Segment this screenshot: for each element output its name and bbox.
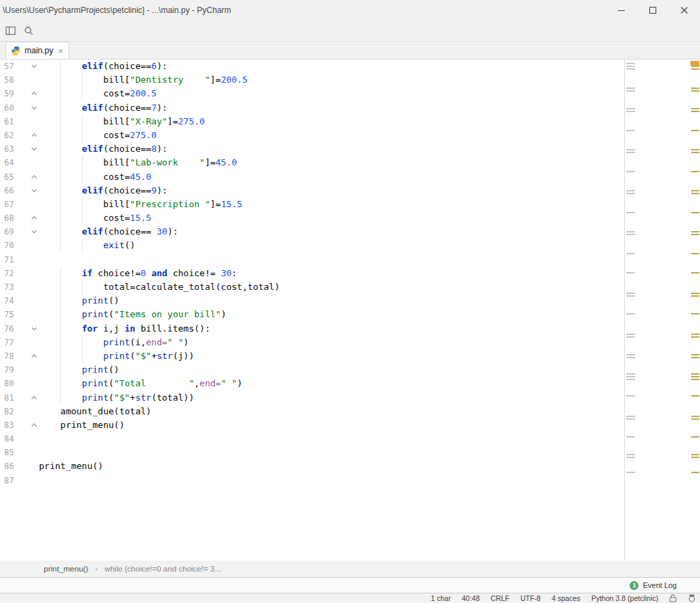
line-number[interactable]: 74: [0, 294, 29, 308]
code-line[interactable]: 58 bill["Dentistry "]=200.5: [0, 73, 700, 87]
warning-stripe-mark[interactable]: [691, 373, 699, 375]
status-line-ending[interactable]: CRLF: [491, 594, 509, 602]
highlighting-level-button[interactable]: [688, 594, 696, 602]
fold-end-icon[interactable]: [29, 170, 39, 184]
code-line[interactable]: 85: [0, 446, 700, 459]
code-line[interactable]: 63 elif(choice==8):: [0, 142, 700, 156]
warning-stripe-mark[interactable]: [691, 111, 699, 112]
line-number[interactable]: 65: [0, 170, 29, 184]
warning-stripe-mark[interactable]: [691, 457, 699, 458]
line-number[interactable]: 77: [0, 336, 29, 349]
code-line[interactable]: 61 bill["X-Ray"]=275.0: [0, 115, 700, 129]
line-number[interactable]: 75: [0, 308, 29, 321]
status-selection[interactable]: 1 char: [431, 594, 450, 602]
code-line[interactable]: 59 cost=200.5: [0, 87, 700, 100]
line-number[interactable]: 72: [0, 267, 29, 280]
code-line[interactable]: 83 print_menu(): [0, 418, 700, 432]
line-number[interactable]: 59: [0, 87, 29, 100]
line-number[interactable]: 58: [0, 73, 29, 87]
code-line[interactable]: 71: [0, 253, 700, 267]
code-line[interactable]: 86print_menu(): [0, 459, 700, 473]
status-encoding[interactable]: UTF-8: [520, 594, 541, 602]
warning-stripe-mark[interactable]: [691, 212, 699, 213]
warning-stripe-mark[interactable]: [691, 357, 699, 358]
tool-window-button[interactable]: [3, 24, 17, 38]
code-line[interactable]: 60 elif(choice==7):: [0, 101, 700, 115]
code-line[interactable]: 65 cost=45.0: [0, 170, 700, 184]
warning-stripe-mark[interactable]: [691, 231, 699, 232]
code-line[interactable]: 62 cost=275.0: [0, 129, 700, 142]
line-number[interactable]: 57: [0, 59, 29, 73]
line-number[interactable]: 82: [0, 405, 29, 418]
code-line[interactable]: 78 print("$"+str(j)): [0, 349, 700, 363]
line-number[interactable]: 68: [0, 211, 29, 225]
code-line[interactable]: 73 total=calculate_total(cost,total): [0, 280, 700, 294]
code-line[interactable]: 70 exit(): [0, 239, 700, 252]
close-button[interactable]: [669, 0, 700, 21]
code-line[interactable]: 79 print(): [0, 363, 700, 377]
code-line[interactable]: 82 amount_due(total): [0, 405, 700, 418]
line-number[interactable]: 84: [0, 432, 29, 446]
line-number[interactable]: 81: [0, 391, 29, 405]
tab-main-py[interactable]: main.py ×: [5, 42, 69, 59]
inspections-indicator[interactable]: [690, 61, 699, 66]
warning-stripe-mark[interactable]: [691, 90, 699, 92]
warning-stripe-mark[interactable]: [691, 193, 699, 194]
fold-collapse-icon[interactable]: [29, 184, 39, 198]
warning-stripe-mark[interactable]: [691, 66, 699, 67]
line-number[interactable]: 64: [0, 156, 29, 170]
code-line[interactable]: 66 elif(choice==9):: [0, 184, 700, 198]
fold-collapse-icon[interactable]: [29, 59, 39, 73]
line-number[interactable]: 63: [0, 142, 29, 156]
fold-end-icon[interactable]: [29, 129, 39, 142]
maximize-button[interactable]: [637, 0, 669, 21]
code-line[interactable]: 77 print(i,end=" "): [0, 336, 700, 349]
event-log-button[interactable]: Event Log: [643, 581, 677, 589]
warning-stripe-mark[interactable]: [691, 416, 699, 417]
search-everywhere-button[interactable]: [22, 24, 36, 38]
status-caret-position[interactable]: 40:48: [461, 594, 479, 602]
line-number[interactable]: 60: [0, 101, 29, 115]
fold-end-icon[interactable]: [29, 87, 39, 100]
warning-stripe-mark[interactable]: [691, 418, 699, 420]
warning-stripe-mark[interactable]: [691, 313, 699, 314]
editor[interactable]: 57 elif(choice==6):58 bill["Dentistry "]…: [0, 59, 700, 561]
warning-stripe-mark[interactable]: [691, 152, 699, 153]
line-number[interactable]: 86: [0, 459, 29, 473]
line-number[interactable]: 61: [0, 115, 29, 129]
warning-stripe-mark[interactable]: [691, 454, 699, 455]
code-line[interactable]: 57 elif(choice==6):: [0, 59, 700, 73]
warning-stripe-mark[interactable]: [691, 295, 699, 297]
code-line[interactable]: 72 if choice!=0 and choice!= 30:: [0, 267, 700, 280]
fold-end-icon[interactable]: [29, 418, 39, 432]
line-number[interactable]: 78: [0, 349, 29, 363]
warning-stripe-mark[interactable]: [691, 293, 699, 294]
warning-stripe-mark[interactable]: [691, 234, 699, 235]
status-indent[interactable]: 4 spaces: [552, 594, 580, 602]
code-line[interactable]: 75 print("Items on your bill"): [0, 308, 700, 321]
warning-stripe-mark[interactable]: [691, 379, 699, 380]
code-line[interactable]: 67 bill["Prescription "]=15.5: [0, 198, 700, 211]
breadcrumb-item[interactable]: print_menu(): [44, 565, 88, 573]
code-area[interactable]: 57 elif(choice==6):58 bill["Dentistry "]…: [0, 59, 700, 561]
code-line[interactable]: 74 print(): [0, 294, 700, 308]
minimize-button[interactable]: [606, 0, 637, 21]
lock-toggle-button[interactable]: [669, 594, 677, 602]
warning-stripe-mark[interactable]: [691, 336, 699, 338]
fold-end-icon[interactable]: [29, 391, 39, 405]
breadcrumb-item[interactable]: while (choice!=0 and choice!= 3...: [105, 565, 221, 573]
code-line[interactable]: 76 for i,j in bill.items():: [0, 322, 700, 336]
line-number[interactable]: 67: [0, 198, 29, 211]
line-number[interactable]: 85: [0, 446, 29, 459]
fold-collapse-icon[interactable]: [29, 142, 39, 156]
code-line[interactable]: 68 cost=15.5: [0, 211, 700, 225]
code-line[interactable]: 64 bill["Lab-work "]=45.0: [0, 156, 700, 170]
fold-collapse-icon[interactable]: [29, 322, 39, 336]
warning-stripe-mark[interactable]: [691, 171, 699, 172]
code-line[interactable]: 84: [0, 432, 700, 446]
line-number[interactable]: 76: [0, 322, 29, 336]
fold-end-icon[interactable]: [29, 349, 39, 363]
status-interpreter[interactable]: Python 3.8 (petclinic): [591, 594, 658, 602]
line-number[interactable]: 70: [0, 239, 29, 252]
code-line[interactable]: 87: [0, 474, 700, 487]
